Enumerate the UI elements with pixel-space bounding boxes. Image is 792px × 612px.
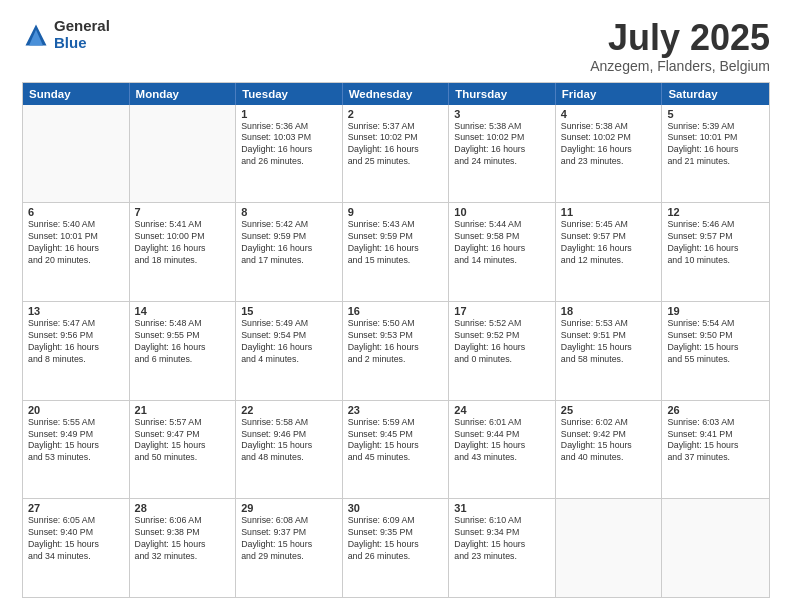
day-info: Sunrise: 5:49 AM Sunset: 9:54 PM Dayligh… (241, 318, 337, 366)
day-info: Sunrise: 5:47 AM Sunset: 9:56 PM Dayligh… (28, 318, 124, 366)
day-info: Sunrise: 5:52 AM Sunset: 9:52 PM Dayligh… (454, 318, 550, 366)
day-cell-empty (23, 105, 130, 203)
day-info: Sunrise: 5:43 AM Sunset: 9:59 PM Dayligh… (348, 219, 444, 267)
calendar-week-3: 13Sunrise: 5:47 AM Sunset: 9:56 PM Dayli… (23, 301, 769, 400)
day-number: 26 (667, 404, 764, 416)
day-info: Sunrise: 5:36 AM Sunset: 10:03 PM Daylig… (241, 121, 337, 169)
day-number: 16 (348, 305, 444, 317)
day-info: Sunrise: 5:44 AM Sunset: 9:58 PM Dayligh… (454, 219, 550, 267)
logo: General Blue (22, 18, 110, 51)
day-cell-empty (662, 499, 769, 597)
day-info: Sunrise: 5:59 AM Sunset: 9:45 PM Dayligh… (348, 417, 444, 465)
day-info: Sunrise: 6:03 AM Sunset: 9:41 PM Dayligh… (667, 417, 764, 465)
header-day-thursday: Thursday (449, 83, 556, 105)
day-info: Sunrise: 6:08 AM Sunset: 9:37 PM Dayligh… (241, 515, 337, 563)
day-cell-24: 24Sunrise: 6:01 AM Sunset: 9:44 PM Dayli… (449, 401, 556, 499)
day-info: Sunrise: 6:09 AM Sunset: 9:35 PM Dayligh… (348, 515, 444, 563)
day-cell-15: 15Sunrise: 5:49 AM Sunset: 9:54 PM Dayli… (236, 302, 343, 400)
day-number: 27 (28, 502, 124, 514)
header: General Blue July 2025 Anzegem, Flanders… (22, 18, 770, 74)
day-cell-28: 28Sunrise: 6:06 AM Sunset: 9:38 PM Dayli… (130, 499, 237, 597)
header-day-monday: Monday (130, 83, 237, 105)
day-cell-9: 9Sunrise: 5:43 AM Sunset: 9:59 PM Daylig… (343, 203, 450, 301)
calendar-week-2: 6Sunrise: 5:40 AM Sunset: 10:01 PM Dayli… (23, 202, 769, 301)
header-day-friday: Friday (556, 83, 663, 105)
day-info: Sunrise: 5:57 AM Sunset: 9:47 PM Dayligh… (135, 417, 231, 465)
day-cell-14: 14Sunrise: 5:48 AM Sunset: 9:55 PM Dayli… (130, 302, 237, 400)
day-cell-2: 2Sunrise: 5:37 AM Sunset: 10:02 PM Dayli… (343, 105, 450, 203)
day-cell-5: 5Sunrise: 5:39 AM Sunset: 10:01 PM Dayli… (662, 105, 769, 203)
day-cell-19: 19Sunrise: 5:54 AM Sunset: 9:50 PM Dayli… (662, 302, 769, 400)
day-number: 13 (28, 305, 124, 317)
calendar: SundayMondayTuesdayWednesdayThursdayFrid… (22, 82, 770, 598)
day-cell-23: 23Sunrise: 5:59 AM Sunset: 9:45 PM Dayli… (343, 401, 450, 499)
logo-blue: Blue (54, 35, 110, 52)
day-number: 9 (348, 206, 444, 218)
day-cell-25: 25Sunrise: 6:02 AM Sunset: 9:42 PM Dayli… (556, 401, 663, 499)
day-cell-29: 29Sunrise: 6:08 AM Sunset: 9:37 PM Dayli… (236, 499, 343, 597)
day-info: Sunrise: 6:10 AM Sunset: 9:34 PM Dayligh… (454, 515, 550, 563)
day-info: Sunrise: 6:02 AM Sunset: 9:42 PM Dayligh… (561, 417, 657, 465)
day-number: 31 (454, 502, 550, 514)
day-cell-13: 13Sunrise: 5:47 AM Sunset: 9:56 PM Dayli… (23, 302, 130, 400)
day-cell-12: 12Sunrise: 5:46 AM Sunset: 9:57 PM Dayli… (662, 203, 769, 301)
day-cell-21: 21Sunrise: 5:57 AM Sunset: 9:47 PM Dayli… (130, 401, 237, 499)
day-number: 2 (348, 108, 444, 120)
header-day-wednesday: Wednesday (343, 83, 450, 105)
day-cell-16: 16Sunrise: 5:50 AM Sunset: 9:53 PM Dayli… (343, 302, 450, 400)
calendar-header: SundayMondayTuesdayWednesdayThursdayFrid… (23, 83, 769, 105)
day-info: Sunrise: 5:39 AM Sunset: 10:01 PM Daylig… (667, 121, 764, 169)
day-number: 12 (667, 206, 764, 218)
day-number: 25 (561, 404, 657, 416)
day-number: 30 (348, 502, 444, 514)
day-number: 3 (454, 108, 550, 120)
day-info: Sunrise: 5:46 AM Sunset: 9:57 PM Dayligh… (667, 219, 764, 267)
day-info: Sunrise: 5:55 AM Sunset: 9:49 PM Dayligh… (28, 417, 124, 465)
day-cell-4: 4Sunrise: 5:38 AM Sunset: 10:02 PM Dayli… (556, 105, 663, 203)
day-number: 1 (241, 108, 337, 120)
day-number: 22 (241, 404, 337, 416)
location: Anzegem, Flanders, Belgium (590, 58, 770, 74)
day-number: 7 (135, 206, 231, 218)
day-number: 28 (135, 502, 231, 514)
day-info: Sunrise: 5:38 AM Sunset: 10:02 PM Daylig… (561, 121, 657, 169)
day-info: Sunrise: 6:05 AM Sunset: 9:40 PM Dayligh… (28, 515, 124, 563)
day-info: Sunrise: 5:50 AM Sunset: 9:53 PM Dayligh… (348, 318, 444, 366)
day-info: Sunrise: 5:40 AM Sunset: 10:01 PM Daylig… (28, 219, 124, 267)
day-cell-20: 20Sunrise: 5:55 AM Sunset: 9:49 PM Dayli… (23, 401, 130, 499)
logo-icon (22, 21, 50, 49)
day-cell-31: 31Sunrise: 6:10 AM Sunset: 9:34 PM Dayli… (449, 499, 556, 597)
day-cell-26: 26Sunrise: 6:03 AM Sunset: 9:41 PM Dayli… (662, 401, 769, 499)
header-day-saturday: Saturday (662, 83, 769, 105)
day-cell-11: 11Sunrise: 5:45 AM Sunset: 9:57 PM Dayli… (556, 203, 663, 301)
day-number: 19 (667, 305, 764, 317)
day-info: Sunrise: 5:41 AM Sunset: 10:00 PM Daylig… (135, 219, 231, 267)
calendar-week-1: 1Sunrise: 5:36 AM Sunset: 10:03 PM Dayli… (23, 105, 769, 203)
day-info: Sunrise: 5:45 AM Sunset: 9:57 PM Dayligh… (561, 219, 657, 267)
day-cell-30: 30Sunrise: 6:09 AM Sunset: 9:35 PM Dayli… (343, 499, 450, 597)
day-number: 24 (454, 404, 550, 416)
day-number: 4 (561, 108, 657, 120)
header-day-tuesday: Tuesday (236, 83, 343, 105)
month-title: July 2025 (590, 18, 770, 58)
day-cell-1: 1Sunrise: 5:36 AM Sunset: 10:03 PM Dayli… (236, 105, 343, 203)
day-cell-8: 8Sunrise: 5:42 AM Sunset: 9:59 PM Daylig… (236, 203, 343, 301)
day-cell-empty (130, 105, 237, 203)
logo-text: General Blue (54, 18, 110, 51)
day-info: Sunrise: 6:06 AM Sunset: 9:38 PM Dayligh… (135, 515, 231, 563)
day-info: Sunrise: 5:38 AM Sunset: 10:02 PM Daylig… (454, 121, 550, 169)
day-number: 29 (241, 502, 337, 514)
day-cell-17: 17Sunrise: 5:52 AM Sunset: 9:52 PM Dayli… (449, 302, 556, 400)
calendar-week-5: 27Sunrise: 6:05 AM Sunset: 9:40 PM Dayli… (23, 498, 769, 597)
day-info: Sunrise: 5:37 AM Sunset: 10:02 PM Daylig… (348, 121, 444, 169)
page: General Blue July 2025 Anzegem, Flanders… (0, 0, 792, 612)
day-info: Sunrise: 5:53 AM Sunset: 9:51 PM Dayligh… (561, 318, 657, 366)
day-cell-empty (556, 499, 663, 597)
day-number: 20 (28, 404, 124, 416)
day-info: Sunrise: 5:54 AM Sunset: 9:50 PM Dayligh… (667, 318, 764, 366)
day-number: 14 (135, 305, 231, 317)
day-info: Sunrise: 5:58 AM Sunset: 9:46 PM Dayligh… (241, 417, 337, 465)
calendar-body: 1Sunrise: 5:36 AM Sunset: 10:03 PM Dayli… (23, 105, 769, 597)
day-cell-7: 7Sunrise: 5:41 AM Sunset: 10:00 PM Dayli… (130, 203, 237, 301)
day-cell-6: 6Sunrise: 5:40 AM Sunset: 10:01 PM Dayli… (23, 203, 130, 301)
